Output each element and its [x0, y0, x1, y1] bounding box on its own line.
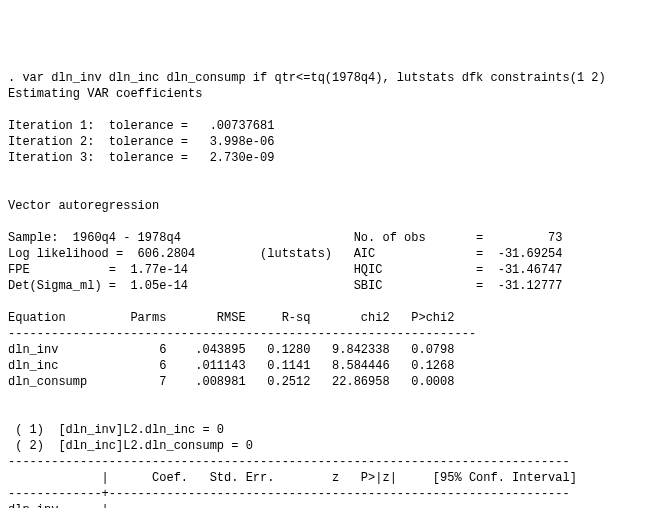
- eq-table-row-1: dln_inc 6 .011143 0.1141 8.584446 0.1268: [8, 358, 668, 374]
- iteration-line-3: Iteration 3: tolerance = 2.730e-09: [8, 150, 668, 166]
- constraint-1: ( 1) [dln_inv]L2.dln_inc = 0: [8, 422, 668, 438]
- command-prompt: .: [8, 70, 22, 86]
- command-text: var dln_inv dln_inc dln_consump if qtr<=…: [22, 70, 605, 86]
- iteration-line-2: Iteration 2: tolerance = 3.998e-06: [8, 134, 668, 150]
- constraint-2: ( 2) [dln_inc]L2.dln_consump = 0: [8, 438, 668, 454]
- eq-table-row-2: dln_consump 7 .008981 0.2512 22.86958 0.…: [8, 374, 668, 390]
- var-title: Vector autoregression: [8, 198, 668, 214]
- eq-table-row-0: dln_inv 6 .043895 0.1280 9.842338 0.0798: [8, 342, 668, 358]
- coef-table-top-rule: ----------------------------------------…: [8, 454, 668, 470]
- eq-table-rule: ----------------------------------------…: [8, 326, 668, 342]
- iteration-line-1: Iteration 1: tolerance = .00737681: [8, 118, 668, 134]
- coef-table-mid-rule: -------------+--------------------------…: [8, 486, 668, 502]
- coef-block-name: dln_inv |: [8, 502, 668, 508]
- header-sample: Sample: 1960q4 - 1978q4 No. of obs = 73: [8, 230, 668, 246]
- status-estimating: Estimating VAR coefficients: [8, 86, 668, 102]
- eq-table-header: Equation Parms RMSE R-sq chi2 P>chi2: [8, 310, 668, 326]
- header-fpe: FPE = 1.77e-14 HQIC = -31.46747: [8, 262, 668, 278]
- stata-output: . var dln_inv dln_inc dln_consump if qtr…: [8, 70, 668, 508]
- header-loglik: Log likelihood = 606.2804 (lutstats) AIC…: [8, 246, 668, 262]
- coef-table-header: | Coef. Std. Err. z P>|z| [95% Conf. Int…: [8, 470, 668, 486]
- header-det: Det(Sigma_ml) = 1.05e-14 SBIC = -31.1277…: [8, 278, 668, 294]
